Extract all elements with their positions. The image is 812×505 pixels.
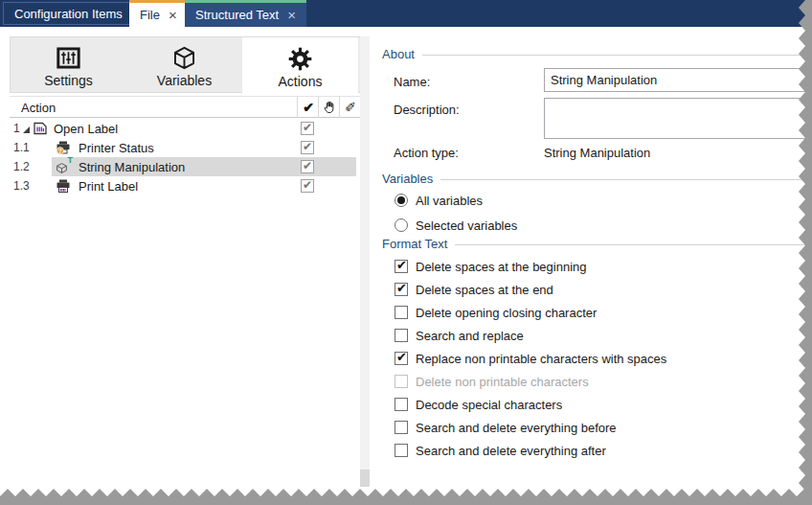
radio-row-all-variables[interactable]: All variables	[395, 188, 517, 213]
checkbox-label: Delete non printable characters	[416, 375, 589, 389]
checkbox-label: Search and delete everything after	[416, 444, 606, 458]
checkbox-label: Replace non printable characters with sp…	[416, 352, 666, 366]
section-title: Format Text	[382, 237, 447, 251]
cube-icon	[171, 44, 197, 71]
tab-label: File	[140, 8, 160, 22]
print-label-icon	[56, 178, 71, 194]
expander-icon[interactable]	[23, 126, 30, 133]
application-window: Configuration Items File × Structured Te…	[0, 0, 812, 505]
scrollbar-thumb[interactable]	[360, 470, 370, 487]
enabled-checkbox[interactable]	[301, 179, 314, 193]
action-row-string-manipulation[interactable]: 1.2 T String Manipulation	[10, 157, 360, 176]
column-header-action[interactable]: Action	[21, 101, 56, 115]
checkbox-row-search-replace[interactable]: Search and replace	[395, 324, 666, 347]
tab-variables[interactable]: Variables	[126, 37, 242, 93]
checkbox[interactable]	[395, 329, 408, 342]
section-rule	[422, 55, 806, 56]
checkbox-label: Delete spaces at the end	[416, 283, 553, 297]
tab-file[interactable]: File ×	[129, 0, 188, 27]
tab-label: Actions	[279, 74, 323, 89]
gear-icon	[287, 45, 313, 72]
close-icon[interactable]: ×	[169, 8, 177, 22]
tab-label: Configuration Items	[14, 7, 123, 21]
checkbox	[395, 375, 408, 388]
row-number: 1	[13, 122, 20, 135]
section-title: Variables	[382, 172, 433, 186]
section-variables: Variables	[382, 172, 806, 186]
radio-button[interactable]	[395, 218, 408, 232]
column-header-breakpoint[interactable]	[318, 97, 340, 118]
checkbox-row-search-delete-after[interactable]: Search and delete everything after	[395, 439, 666, 462]
name-input[interactable]	[544, 68, 811, 92]
enabled-checkbox[interactable]	[301, 141, 314, 154]
tab-label: Settings	[44, 73, 93, 88]
string-manipulation-icon: T	[56, 159, 71, 174]
actions-panel: Settings Variables	[10, 36, 370, 487]
close-icon[interactable]: ×	[287, 8, 296, 22]
checkbox-row-replace-non-printable[interactable]: Replace non printable characters with sp…	[395, 347, 666, 370]
checkbox-label: Search and replace	[416, 329, 524, 343]
section-title: About	[382, 47, 415, 61]
checkbox[interactable]	[395, 421, 408, 434]
row-number: 1.3	[13, 179, 30, 193]
action-row-open-label[interactable]: 1 Open Label	[10, 119, 360, 138]
format-text-options: Delete spaces at the beginning Delete sp…	[395, 255, 666, 462]
tab-structured-text[interactable]: Structured Text ×	[185, 0, 306, 27]
checkbox-row-delete-non-printable: Delete non printable characters	[395, 370, 666, 393]
action-type-label: Action type:	[394, 146, 459, 160]
row-number: 1.2	[13, 160, 30, 173]
column-header-edit[interactable]: ✐	[339, 97, 362, 118]
checkbox-row-delete-opening-closing[interactable]: Delete opening closing character	[395, 301, 666, 324]
description-input[interactable]	[544, 98, 811, 139]
tab-label: Variables	[157, 73, 212, 88]
tab-actions[interactable]: Actions	[242, 37, 358, 94]
checkbox[interactable]	[395, 283, 408, 296]
svg-text:?: ?	[58, 148, 62, 154]
name-label: Name:	[394, 75, 430, 89]
variables-options: All variables Selected variables	[395, 188, 517, 238]
checkbox-row-decode-special[interactable]: Decode special characters	[395, 393, 666, 416]
action-label: Print Label	[79, 179, 138, 194]
checkbox[interactable]	[395, 352, 408, 365]
section-format-text: Format Text	[382, 237, 806, 251]
row-number: 1.1	[13, 141, 30, 154]
hand-icon	[323, 101, 336, 114]
checkbox[interactable]	[395, 444, 408, 457]
section-rule	[440, 179, 806, 180]
section-about: About	[382, 47, 806, 61]
checkbox-row-delete-spaces-end[interactable]: Delete spaces at the end	[395, 278, 666, 301]
panel-tab-strip: Settings Variables	[10, 36, 370, 93]
checkbox[interactable]	[395, 260, 408, 273]
enabled-checkbox[interactable]	[301, 160, 314, 173]
checkbox[interactable]	[395, 398, 408, 411]
printer-status-icon: ?	[56, 140, 71, 155]
checkbox-label: Delete opening closing character	[416, 306, 597, 320]
radio-label: All variables	[416, 194, 483, 208]
action-label: Open Label	[54, 122, 118, 136]
action-grid-header: Action ✔ ✐	[10, 96, 360, 118]
checkbox-label: Decode special characters	[416, 398, 562, 412]
check-icon: ✔	[303, 100, 314, 115]
checkbox-row-search-delete-before[interactable]: Search and delete everything before	[395, 416, 666, 439]
action-row-printer-status[interactable]: 1.1 ? Printer Status	[10, 138, 360, 157]
vertical-scrollbar[interactable]	[360, 36, 370, 487]
open-label-icon	[33, 121, 48, 136]
checkbox[interactable]	[395, 306, 408, 319]
action-type-value: String Manipulation	[544, 146, 650, 160]
pencil-icon: ✐	[345, 100, 356, 115]
action-row-print-label[interactable]: 1.3 Print Label	[10, 176, 360, 195]
checkbox-row-delete-spaces-beginning[interactable]: Delete spaces at the beginning	[395, 255, 666, 278]
document-tab-bar: Configuration Items File × Structured Te…	[0, 0, 812, 27]
letter-t-glyph: T	[68, 155, 74, 165]
column-header-enabled[interactable]: ✔	[297, 97, 319, 118]
tab-configuration-items[interactable]: Configuration Items	[3, 2, 134, 25]
description-label: Description:	[394, 103, 460, 117]
enabled-checkbox[interactable]	[301, 122, 314, 135]
torn-edge-bottom	[0, 488, 812, 505]
sliders-icon	[56, 44, 81, 71]
section-rule	[455, 244, 806, 245]
checkbox-label: Search and delete everything before	[416, 421, 617, 435]
tab-settings[interactable]: Settings	[11, 37, 126, 93]
radio-row-selected-variables[interactable]: Selected variables	[395, 213, 517, 238]
radio-button[interactable]	[395, 194, 408, 207]
